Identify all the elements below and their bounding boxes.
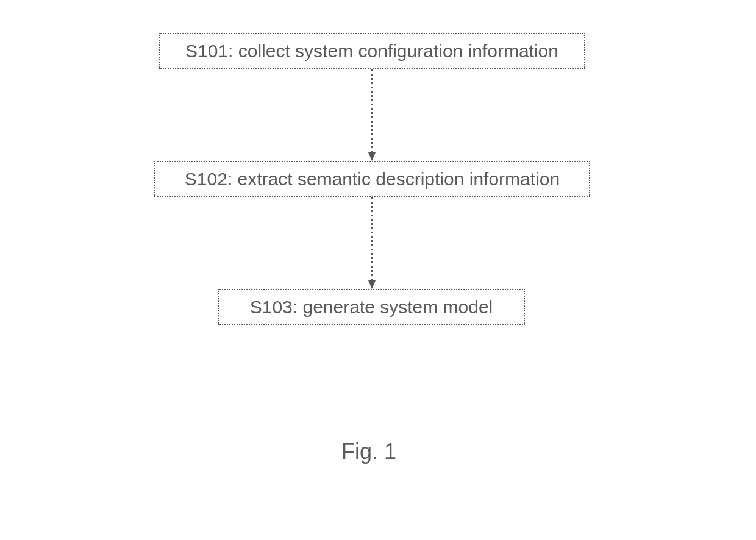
flow-step-2-label: S102: extract semantic description infor… — [185, 169, 560, 190]
svg-marker-1 — [368, 152, 376, 161]
diagram-canvas: S101: collect system configuration infor… — [0, 0, 756, 540]
flow-step-3: S103: generate system model — [218, 289, 525, 325]
figure-caption-text: Fig. 1 — [341, 439, 396, 464]
figure-caption: Fig. 1 — [341, 439, 396, 464]
flow-step-1-label: S101: collect system configuration infor… — [185, 41, 558, 62]
flow-step-2: S102: extract semantic description infor… — [154, 161, 590, 197]
arrow-2 — [366, 197, 378, 289]
svg-marker-3 — [368, 280, 376, 289]
flow-step-1: S101: collect system configuration infor… — [159, 33, 585, 69]
flow-step-3-label: S103: generate system model — [250, 297, 493, 318]
arrow-1 — [366, 69, 378, 161]
